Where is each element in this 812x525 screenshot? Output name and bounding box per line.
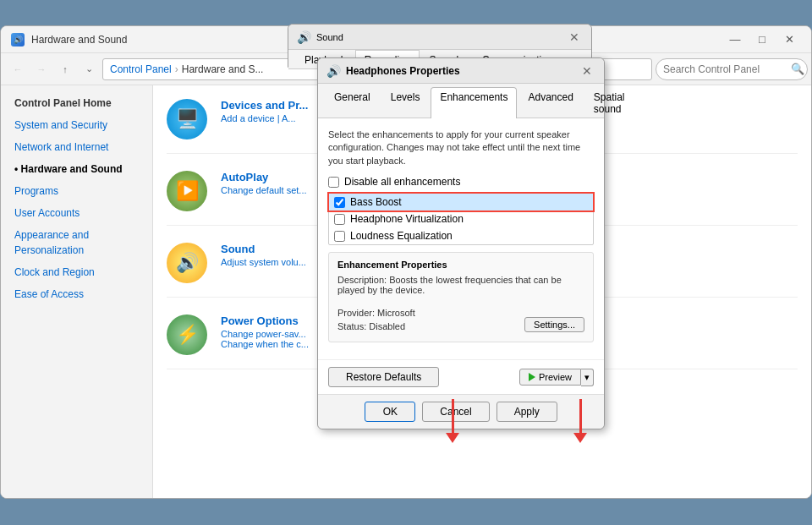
breadcrumb-sep: › xyxy=(175,63,178,75)
hp-titlebar: 🔊 Headphones Properties ✕ xyxy=(318,58,604,84)
preview-group: Preview ▾ xyxy=(519,369,594,386)
sound-content: Sound Adjust system volu... xyxy=(221,243,306,283)
restore-defaults-button[interactable]: Restore Defaults xyxy=(328,367,439,387)
enhancement-loudness[interactable]: Loudness Equalization xyxy=(329,227,593,244)
sidebar-item-programs[interactable]: Programs xyxy=(1,180,152,202)
sidebar-item-system[interactable]: System and Security xyxy=(1,114,152,136)
hp-tabs: General Levels Enhancements Advanced Spa… xyxy=(318,84,604,118)
control-panel-icon: 🔊 xyxy=(11,33,25,46)
power-link1[interactable]: Change power-sav... xyxy=(221,329,306,339)
arrow-ok xyxy=(446,399,459,443)
loudness-checkbox[interactable] xyxy=(334,231,345,242)
minimize-button[interactable]: — xyxy=(723,30,747,49)
sidebar-item-ease[interactable]: Ease of Access xyxy=(1,283,152,305)
headphone-virt-checkbox[interactable] xyxy=(334,214,345,225)
headphones-dialog: 🔊 Headphones Properties ✕ General Levels… xyxy=(317,57,605,429)
cp-titlebar-controls: — □ ✕ xyxy=(723,30,801,49)
autoplay-icon-bg: ▶️ xyxy=(167,171,207,211)
headphone-virt-label: Headphone Virtualization xyxy=(350,213,464,225)
enhancement-properties: Enhancement Properties Description: Boos… xyxy=(328,252,594,342)
devices-icon: 🖥️ xyxy=(167,99,207,139)
settings-button[interactable]: Settings... xyxy=(524,317,584,332)
devices-content: Devices and Pr... Add a device | A... xyxy=(221,99,308,139)
hp-dialog-icon: 🔊 xyxy=(326,64,341,78)
devices-links: Add a device | A... xyxy=(221,113,308,123)
tab-advanced[interactable]: Advanced xyxy=(518,87,582,118)
tab-enhancements[interactable]: Enhancements xyxy=(431,87,517,118)
autoplay-links: Change default set... xyxy=(221,185,307,195)
sidebar-item-appearance[interactable]: Appearance andPersonalization xyxy=(1,224,152,261)
sound-dialog-title: 🔊 Sound xyxy=(297,30,343,44)
sound-icon: 🔊 xyxy=(167,243,207,283)
dropdown-button[interactable]: ⌄ xyxy=(79,59,99,79)
bass-boost-checkbox[interactable] xyxy=(334,197,345,208)
autoplay-icon: ▶️ xyxy=(167,171,207,211)
sound-dialog-titlebar: 🔊 Sound ✕ xyxy=(288,25,591,50)
cp-titlebar-left: 🔊 Hardware and Sound xyxy=(11,33,127,46)
enhancements-list: Bass Boost Headphone Virtualization Loud… xyxy=(328,193,594,245)
back-button[interactable]: ← xyxy=(8,59,28,79)
power-link2[interactable]: Change when the c... xyxy=(221,339,309,349)
breadcrumb-current: Hardware and S... xyxy=(182,63,264,75)
close-button[interactable]: ✕ xyxy=(777,30,801,49)
sound-close-button[interactable]: ✕ xyxy=(566,29,583,46)
search-input[interactable] xyxy=(656,58,808,80)
arrow-apply xyxy=(573,399,587,443)
sidebar-item-home[interactable]: Control Panel Home xyxy=(1,92,152,114)
cp-sidebar: Control Panel Home System and Security N… xyxy=(1,85,153,498)
autoplay-link[interactable]: Change default set... xyxy=(221,185,307,195)
disable-all-row: Disable all enhancements xyxy=(328,176,594,188)
sound-link[interactable]: Adjust system volu... xyxy=(221,257,306,267)
devices-link2[interactable]: A... xyxy=(282,113,296,123)
tab-spatial[interactable]: Spatial sound xyxy=(584,87,634,118)
power-links: Change power-sav... Change when the c... xyxy=(221,329,309,349)
sound-title[interactable]: Sound xyxy=(221,243,306,255)
power-icon: ⚡ xyxy=(167,314,207,355)
autoplay-title[interactable]: AutoPlay xyxy=(221,171,307,183)
hp-footer: Restore Defaults Preview ▾ xyxy=(318,359,604,394)
tab-general[interactable]: General xyxy=(325,87,380,118)
enhancement-bass-boost[interactable]: Bass Boost xyxy=(329,194,593,211)
power-icon-bg: ⚡ xyxy=(167,314,207,355)
sidebar-item-clock[interactable]: Clock and Region xyxy=(1,261,152,283)
maximize-button[interactable]: □ xyxy=(750,30,774,49)
power-title[interactable]: Power Options xyxy=(221,314,309,327)
cp-title: Hardware and Sound xyxy=(31,34,127,46)
add-device-link[interactable]: Add a device xyxy=(221,113,275,123)
tab-levels[interactable]: Levels xyxy=(381,87,430,118)
hp-close-button[interactable]: ✕ xyxy=(579,63,595,79)
bass-boost-label: Bass Boost xyxy=(350,196,402,208)
sound-icon-bg: 🔊 xyxy=(167,243,207,283)
preview-dropdown-button[interactable]: ▾ xyxy=(581,369,594,386)
loudness-label: Loudness Equalization xyxy=(350,230,453,242)
disable-all-checkbox[interactable] xyxy=(328,177,339,188)
power-content: Power Options Change power-sav... Change… xyxy=(221,314,309,355)
devices-icon-bg: 🖥️ xyxy=(167,99,207,139)
hp-description: Select the enhancements to apply for you… xyxy=(328,129,594,167)
ep-description: Description: Boosts the lowest frequenci… xyxy=(337,275,584,295)
play-icon xyxy=(529,373,535,381)
sidebar-item-network[interactable]: Network and Internet xyxy=(1,136,152,158)
sound-links: Adjust system volu... xyxy=(221,257,306,267)
hp-action-footer: OK Cancel Apply xyxy=(318,394,604,429)
breadcrumb-home[interactable]: Control Panel xyxy=(110,63,172,75)
hp-title-group: 🔊 Headphones Properties xyxy=(326,64,460,78)
preview-button[interactable]: Preview xyxy=(519,369,581,386)
forward-button[interactable]: → xyxy=(31,59,52,79)
hp-body: Select the enhancements to apply for you… xyxy=(318,118,604,359)
hp-title: Headphones Properties xyxy=(346,65,460,77)
disable-all-label: Disable all enhancements xyxy=(344,176,460,188)
ok-button[interactable]: OK xyxy=(365,402,415,422)
sidebar-item-users[interactable]: User Accounts xyxy=(1,202,152,224)
devices-title[interactable]: Devices and Pr... xyxy=(221,99,308,112)
properties-title: Enhancement Properties xyxy=(337,260,584,270)
sidebar-item-hardware[interactable]: Hardware and Sound xyxy=(1,158,152,180)
search-icon: 🔍 xyxy=(791,63,804,75)
up-button[interactable]: ↑ xyxy=(55,59,75,79)
enhancement-headphone-virt[interactable]: Headphone Virtualization xyxy=(329,211,593,227)
apply-button[interactable]: Apply xyxy=(497,402,557,422)
autoplay-content: AutoPlay Change default set... xyxy=(221,171,307,211)
ep-status: Status: Disabled Settings... xyxy=(337,320,584,332)
